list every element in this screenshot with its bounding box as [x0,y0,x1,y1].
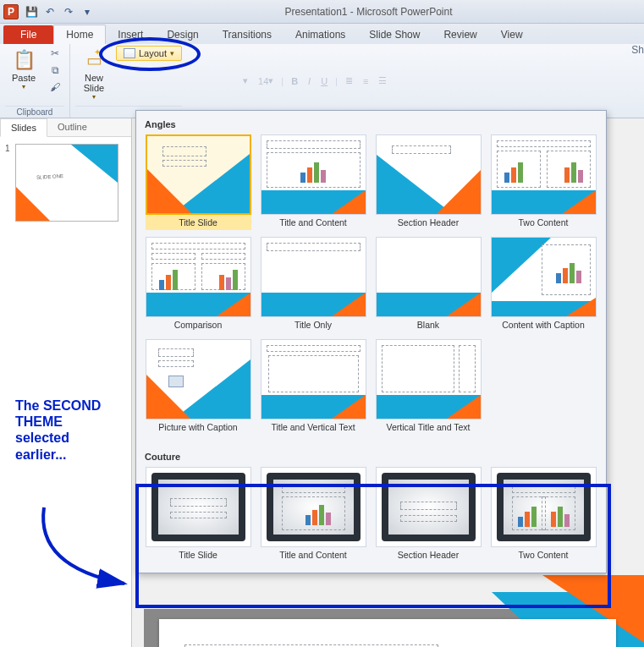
layout-item-title-and-vertical-text[interactable]: Title and Vertical Text [258,339,368,441]
layout-item-couture-title-slide[interactable]: Title Slide [143,467,253,562]
layout-item-section-header[interactable]: Section Header [373,134,483,230]
bullets-button[interactable]: ≣ [343,74,355,87]
cut-icon: ✂ [51,47,59,59]
decor-orange [437,170,481,214]
decor-orange [147,169,191,213]
layout-thumb [376,339,482,419]
layout-caption: Title Slide [146,547,251,562]
new-slide-label: New Slide [77,73,111,93]
placeholder [459,345,476,392]
placeholder [151,253,195,260]
layout-item-comparison[interactable]: Comparison [143,237,253,332]
theme-header-couture: Couture [143,448,599,467]
layout-dropdown-button[interactable]: Layout ▾ [116,46,182,61]
slide-title-text: SLIDE ONE [36,173,63,180]
new-slide-button[interactable]: ▭✦ New Slide ▾ [75,46,113,102]
layout-thumb [261,467,366,547]
theme-header-angles: Angles [143,116,599,134]
layout-item-couture-title-and-content[interactable]: Title and Content [258,467,368,562]
tab-slideshow[interactable]: Slide Show [357,25,432,44]
placeholder [268,355,359,392]
pane-tab-slides[interactable]: Slides [0,118,47,137]
layout-thumb [491,467,597,547]
layout-caption: Section Header [376,215,482,230]
paste-button[interactable]: 📋 Paste ▾ [5,46,42,92]
qat-save-button[interactable]: 💾 [23,3,40,20]
layout-item-content-with-caption[interactable]: Content with Caption [488,237,598,332]
tab-review[interactable]: Review [432,25,488,44]
numbering-button[interactable]: ≡ [361,75,371,87]
align-button[interactable]: ☰ [376,74,389,87]
placeholder [170,512,227,518]
ribbon-body: 📋 Paste ▾ ✂ ⧉ 🖌 Clipboard ▭✦ New Slide ▾ [0,44,644,118]
group-slides: ▭✦ New Slide ▾ Layout ▾ [70,44,187,118]
placeholder [282,486,345,493]
placeholder [400,515,457,522]
tab-insert[interactable]: Insert [106,25,155,44]
layout-thumb [261,237,366,317]
titlebar: P 💾 ↶ ↷ ▾ Presentation1 - Microsoft Powe… [0,0,644,24]
save-icon: 💾 [25,6,38,18]
layout-caption: Section Header [376,547,482,562]
layout-grid-couture: Title Slide Title and Content [143,467,599,562]
tab-transitions[interactable]: Transitions [211,25,283,44]
chart-icon [560,159,587,183]
layout-thumb [261,339,366,419]
layout-item-title-only[interactable]: Title Only [258,237,368,332]
tab-design[interactable]: Design [155,25,210,44]
pane-tabs: Slides Outline [0,118,131,137]
layout-item-two-content[interactable]: Two Content [488,134,598,230]
slide-thumbnail-1[interactable]: SLIDE ONE [15,144,118,222]
layout-item-couture-section-header[interactable]: Section Header [373,467,483,562]
tab-home[interactable]: Home [53,25,106,44]
tab-view[interactable]: View [489,25,535,44]
bold-button[interactable]: B [289,75,300,87]
layout-item-title-and-content[interactable]: Title and Content [258,134,368,230]
underline-button[interactable]: U [318,75,330,87]
brush-icon: 🖌 [50,81,60,93]
qat-customize-button[interactable]: ▾ [79,3,96,20]
font-family-combo[interactable]: ▾ [194,74,250,88]
placeholder [201,253,245,260]
chart-icon [215,266,242,290]
new-slide-icon: ▭✦ [77,47,111,73]
font-size-combo[interactable]: 14 ▾ [256,74,276,87]
layout-gallery-dropdown: Angles Title Slide [135,110,607,573]
tab-file[interactable]: File [3,25,53,44]
layout-caption: Picture with Caption [146,419,251,441]
chart-icon [300,502,336,525]
copy-button[interactable]: ⧉ [46,63,64,78]
chart-icon [500,159,527,183]
decor-orange [16,187,50,221]
layout-thumb [376,134,482,215]
decor-orange [447,395,481,419]
layout-icon [124,48,135,58]
layout-item-picture-with-caption[interactable]: Picture with Caption [143,339,253,441]
layout-thumb [146,339,251,419]
chevron-down-icon: ▾ [7,83,41,90]
layout-caption: Title and Content [261,215,366,230]
main-slide[interactable] [159,619,616,647]
layout-item-title-slide[interactable]: Title Slide [143,134,253,230]
slides-pane: Slides Outline 1 SLIDE ONE [0,118,132,647]
decor-orange [332,190,366,214]
decor-orange [332,293,366,316]
chart-icon [155,266,182,290]
copy-icon: ⧉ [52,64,59,76]
italic-button[interactable]: I [305,75,313,87]
layout-item-blank[interactable]: Blank [373,237,483,332]
pane-tab-outline[interactable]: Outline [47,118,97,136]
placeholder [400,502,457,510]
format-painter-button[interactable]: 🖌 [46,80,64,95]
qat-undo-button[interactable]: ↶ [41,3,58,20]
layout-item-couture-two-content[interactable]: Two Content [488,467,598,562]
placeholder [267,345,361,352]
qat-redo-button[interactable]: ↷ [60,3,77,20]
layout-caption: Title and Content [261,547,366,562]
cut-button[interactable]: ✂ [46,46,64,61]
chart-icon [548,503,572,527]
placeholder [382,345,454,392]
layout-item-vertical-title-and-text[interactable]: Vertical Title and Text [373,339,483,441]
chevron-down-icon: ▾ [85,6,90,18]
tab-animations[interactable]: Animations [283,25,357,44]
